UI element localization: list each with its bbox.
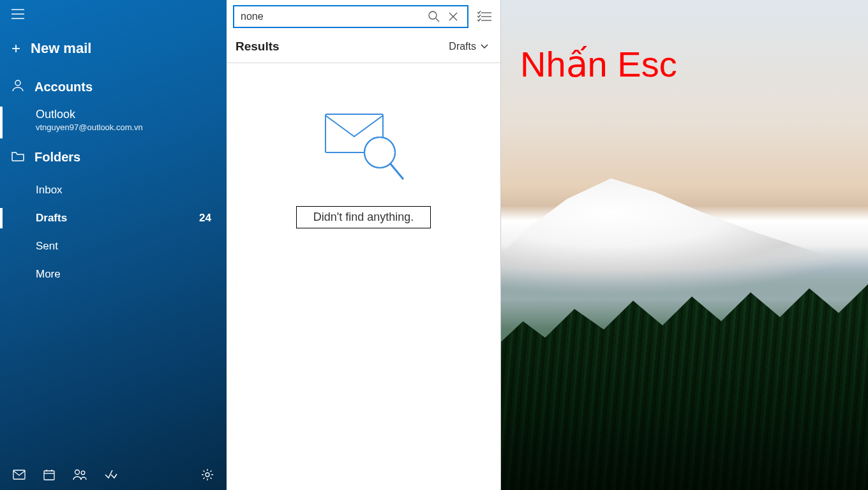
folder-label: Inbox [36, 184, 63, 197]
results-filter-dropdown[interactable]: Drafts [449, 41, 489, 52]
results-filter-label: Drafts [449, 41, 476, 52]
folders-header-label: Folders [34, 150, 80, 165]
bottom-bar [0, 459, 227, 490]
new-mail-label: New mail [31, 40, 91, 57]
svg-point-15 [429, 11, 437, 19]
svg-point-14 [206, 473, 209, 477]
account-item[interactable]: Outlook vtnguyen97@outlook.com.vn [0, 104, 227, 141]
filter-button[interactable] [475, 11, 494, 22]
chevron-down-icon [480, 41, 489, 52]
svg-line-16 [436, 19, 439, 22]
folder-icon [11, 150, 24, 165]
account-name: Outlook [36, 108, 215, 121]
svg-point-12 [75, 470, 80, 475]
message-list-pane: Results Drafts Didn't find anything. [227, 0, 501, 490]
person-icon [11, 79, 24, 95]
mail-button[interactable] [13, 470, 26, 480]
svg-rect-4 [13, 470, 25, 479]
accounts-header-label: Accounts [34, 80, 93, 94]
empty-message: Didn't find anything. [296, 206, 431, 228]
svg-point-13 [81, 471, 85, 475]
empty-state: Didn't find anything. [227, 63, 500, 228]
svg-rect-5 [44, 471, 54, 480]
plus-icon: + [11, 40, 20, 57]
reading-pane: Nhấn Esc [501, 0, 868, 490]
search-row [227, 0, 500, 33]
results-title: Results [236, 40, 280, 54]
people-button[interactable] [73, 469, 87, 480]
svg-point-3 [15, 80, 20, 85]
overlay-instruction-text: Nhấn Esc [520, 43, 677, 85]
results-header: Results Drafts [227, 33, 500, 63]
folders-header[interactable]: Folders [0, 141, 227, 174]
hamburger-menu-button[interactable] [0, 0, 227, 31]
folder-item-sent[interactable]: Sent [0, 232, 227, 260]
search-submit-button[interactable] [424, 10, 444, 23]
folder-label: More [36, 268, 61, 281]
settings-button[interactable] [201, 468, 214, 481]
search-box [233, 5, 468, 28]
folder-count: 24 [199, 212, 211, 225]
search-input[interactable] [241, 11, 424, 22]
folder-label: Drafts [36, 212, 67, 225]
new-mail-button[interactable]: + New mail [0, 31, 227, 70]
empty-search-icon [319, 108, 408, 187]
folder-item-more[interactable]: More [0, 260, 227, 288]
folder-item-inbox[interactable]: Inbox [0, 176, 227, 204]
svg-line-25 [391, 164, 403, 179]
todo-button[interactable] [105, 470, 117, 480]
account-email: vtnguyen97@outlook.com.vn [36, 122, 215, 132]
clear-search-button[interactable] [444, 11, 462, 22]
folder-item-drafts[interactable]: Drafts 24 [0, 204, 227, 232]
folder-list: Inbox Drafts 24 Sent More [0, 174, 227, 288]
sidebar: + New mail Accounts Outlook vtnguyen97@o… [0, 0, 227, 490]
accounts-header[interactable]: Accounts [0, 70, 227, 104]
folder-label: Sent [36, 240, 58, 253]
calendar-button[interactable] [43, 469, 55, 480]
